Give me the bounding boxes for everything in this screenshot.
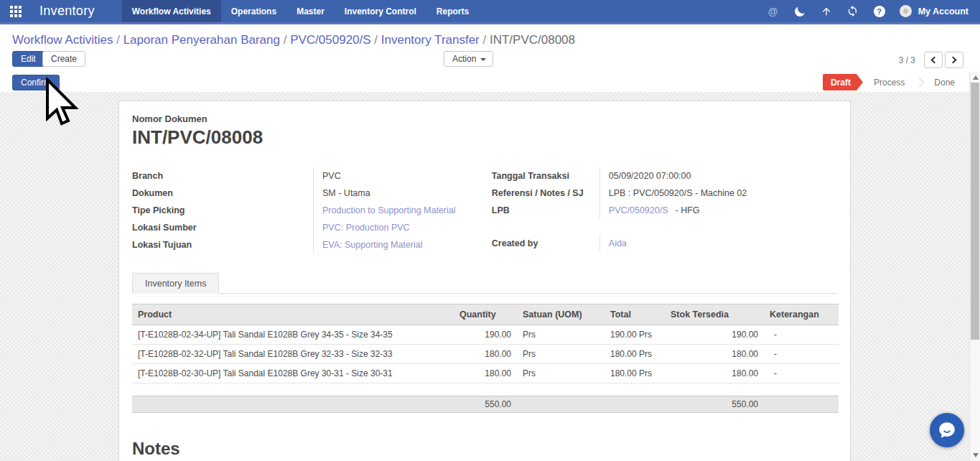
inventory-items-table: Product Quantity Satuan (UOM) Total Stok… [132, 304, 839, 413]
field-group-left: Branch PVC Dokumen SM - Utama Tipe Picki… [132, 167, 477, 253]
chevron-left-icon [931, 57, 938, 64]
total-quantity: 550.00 [454, 396, 517, 413]
field-lokasi-sumber: Lokasi Sumber PVC: Production PVC [132, 219, 477, 236]
cell-note: - [764, 325, 839, 345]
picking-type-link[interactable]: Production to Supporting Material [322, 205, 456, 215]
field-branch: Branch PVC [132, 167, 477, 185]
breadcrumb-workflow-activities[interactable]: Workflow Activities [12, 33, 123, 47]
avatar[interactable] [900, 5, 913, 18]
column-product: Product [132, 304, 454, 325]
navbar-right: @ My Account [753, 5, 969, 18]
status-step-process[interactable]: Process [863, 74, 915, 90]
field-dokumen: Dokumen SM - Utama [132, 185, 477, 202]
mentions-icon[interactable]: @ [767, 5, 780, 18]
field-label: Tipe Picking [132, 202, 313, 219]
table-totals-row: 550.00 550.00 [132, 396, 839, 413]
field-value: SM - Utama [313, 185, 477, 202]
column-quantity: Quantity [454, 304, 517, 325]
sync-refresh-icon[interactable] [846, 5, 859, 18]
scroll-down-icon[interactable] [973, 453, 979, 457]
create-button[interactable]: Create [42, 51, 85, 67]
cell-total: 190.00 Prs [605, 325, 662, 345]
field-lokasi-tujuan: Lokasi Tujuan EVA: Supporting Material [132, 236, 477, 253]
cell-note: - [764, 345, 839, 364]
cell-uom: Prs [517, 364, 605, 383]
cell-quantity: 190.00 [454, 325, 517, 345]
field-spacer [492, 219, 837, 235]
chevron-down-icon [480, 58, 486, 61]
cell-uom: Prs [517, 345, 605, 364]
status-chevron-separator [915, 78, 924, 87]
my-account-button[interactable]: My Account [918, 6, 969, 17]
upload-arrow-icon[interactable] [820, 5, 833, 18]
menu-master[interactable]: Master [286, 0, 335, 22]
chevron-right-icon [950, 57, 957, 64]
document-number: INT/PVC/08008 [132, 126, 837, 149]
table-row[interactable]: [T-E1028B-02-32-UP] Tali Sandal E1028B G… [132, 345, 839, 364]
lpb-link[interactable]: PVC/050920/S [609, 205, 668, 215]
confirm-button[interactable]: Confirm [12, 75, 60, 90]
cell-total: 180.00 Prs [605, 364, 662, 383]
status-step-done[interactable]: Done [923, 74, 966, 90]
edit-button[interactable]: Edit [12, 51, 45, 67]
notes-heading: Notes [132, 439, 837, 459]
field-value: LPB : PVC/050920/S - Machine 02 [599, 185, 837, 202]
breadcrumb-inventory-transfer[interactable]: Inventory Transfer [381, 33, 490, 47]
cell-product: [T-E1028B-02-34-UP] Tali Sandal E1028B G… [132, 325, 454, 345]
app-title[interactable]: Inventory [39, 4, 95, 19]
status-step-draft[interactable]: Draft [823, 74, 863, 90]
cell-note: - [764, 364, 839, 383]
cell-stock: 180.00 [662, 345, 764, 364]
field-label: Branch [132, 167, 313, 185]
dark-mode-moon-icon[interactable] [793, 5, 806, 18]
chat-launcher-button[interactable] [930, 413, 964, 447]
main-menu: Workflow Activities Operations Master In… [122, 0, 479, 22]
breadcrumb-current-record: INT/PVC/08008 [490, 33, 575, 47]
vertical-scrollbar[interactable] [969, 72, 980, 461]
field-value: 05/09/2020 07:00:00 [599, 167, 837, 185]
menu-inventory-control[interactable]: Inventory Control [335, 0, 426, 22]
table-row[interactable]: [T-E1028B-02-30-UP] Tali Sandal E1028B G… [132, 364, 839, 383]
menu-workflow-activities[interactable]: Workflow Activities [122, 0, 221, 22]
scroll-up-icon[interactable] [973, 75, 979, 80]
breadcrumb: Workflow ActivitiesLaporan Penyerahan Ba… [12, 33, 575, 47]
menu-operations[interactable]: Operations [221, 0, 286, 22]
total-stock: 550.00 [662, 396, 764, 413]
field-tanggal-transaksi: Tanggal Transaksi 05/09/2020 07:00:00 [492, 167, 837, 185]
field-group-right: Tanggal Transaksi 05/09/2020 07:00:00 Re… [492, 167, 837, 253]
menu-reports[interactable]: Reports [426, 0, 479, 22]
pager-counter: 3 / 3 [899, 55, 915, 65]
pager-previous-button[interactable] [924, 52, 943, 68]
field-label: Dokumen [132, 185, 313, 202]
field-grid: Branch PVC Dokumen SM - Utama Tipe Picki… [132, 167, 837, 253]
form-view-background: Nomor Dokumen INT/PVC/08008 Branch PVC D… [0, 92, 969, 461]
document-sheet: Nomor Dokumen INT/PVC/08008 Branch PVC D… [118, 101, 851, 461]
apps-grid-icon[interactable] [10, 6, 22, 17]
breadcrumb-pvc-document[interactable]: PVC/050920/S [290, 33, 381, 47]
cell-uom: Prs [517, 325, 605, 345]
action-dropdown-button[interactable]: Action [444, 51, 493, 67]
column-keterangan: Keterangan [764, 304, 839, 325]
field-label: Lokasi Tujuan [132, 236, 313, 253]
cell-product: [T-E1028B-02-30-UP] Tali Sandal E1028B G… [132, 364, 454, 383]
pager-next-button[interactable] [945, 52, 963, 68]
tab-inventory-items[interactable]: Inventory Items [132, 273, 219, 294]
table-gap-row [132, 383, 839, 396]
field-tipe-picking: Tipe Picking Production to Supporting Ma… [132, 202, 477, 219]
notebook-tabs: Inventory Items [132, 272, 837, 294]
table-row[interactable]: [T-E1028B-02-34-UP] Tali Sandal E1028B G… [132, 325, 839, 345]
app-screen: Inventory Workflow Activities Operations… [0, 0, 980, 461]
help-icon[interactable] [873, 5, 886, 18]
cell-quantity: 180.00 [454, 364, 517, 383]
scrollbar-thumb[interactable] [971, 83, 979, 340]
cell-stock: 180.00 [662, 364, 764, 383]
column-stok-tersedia: Stok Tersedia [662, 304, 764, 325]
field-created-by: Created by Aida [492, 235, 837, 252]
status-bar: Draft Process Done [823, 74, 966, 90]
created-by-link[interactable]: Aida [609, 238, 627, 248]
breadcrumb-laporan-penyerahan-barang[interactable]: Laporan Penyerahan Barang [123, 33, 291, 47]
cell-stock: 190.00 [662, 325, 764, 345]
table-header-row: Product Quantity Satuan (UOM) Total Stok… [132, 304, 839, 325]
source-location-link[interactable]: PVC: Production PVC [322, 223, 410, 233]
destination-location-link[interactable]: EVA: Supporting Material [322, 240, 422, 250]
